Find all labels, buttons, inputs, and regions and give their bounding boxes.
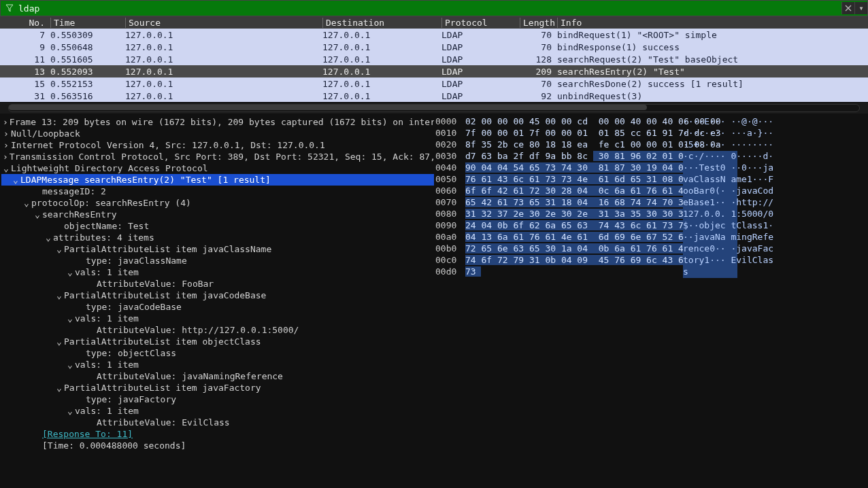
tree-node[interactable]: ⌄searchResEntry bbox=[1, 209, 434, 220]
hex-line[interactable]: 000002 00 00 00 45 00 00 cd 00 00 40 00 … bbox=[435, 116, 868, 128]
hex-ascii: ··javaNa mingRefe bbox=[683, 232, 737, 243]
hex-line[interactable]: 008031 32 37 2e 30 2e 30 2e 31 3a 35 30 … bbox=[435, 209, 868, 220]
tree-caret-icon[interactable]: ⌄ bbox=[56, 290, 63, 300]
tree-caret-icon[interactable]: ⌄ bbox=[67, 267, 73, 277]
tree-node[interactable]: ⌄Lightweight Directory Access Protocol bbox=[1, 162, 434, 174]
tree-node[interactable]: ⌄LDAPMessage searchResEntry(2) "Test" [1… bbox=[1, 174, 434, 186]
tree-caret-icon[interactable]: ⌄ bbox=[12, 175, 19, 185]
tree-node[interactable]: ⌄PartialAttributeList item javaFactory bbox=[1, 382, 434, 394]
hex-offset: 00d0 bbox=[435, 266, 465, 278]
hex-ascii: rence0·· ·javaFac bbox=[683, 243, 737, 255]
tree-node-label: [Response To: 11] bbox=[41, 429, 133, 439]
tree-caret-icon[interactable]: ⌄ bbox=[23, 198, 30, 208]
tree-node-label: vals: 1 item bbox=[73, 360, 139, 370]
tree-caret-icon[interactable]: ⌄ bbox=[45, 232, 52, 243]
hex-line[interactable]: 0030d7 63 ba 2f df 9a bb 8c 30 81 96 02 … bbox=[435, 151, 868, 162]
col-header-time[interactable]: Time bbox=[50, 18, 125, 28]
tree-node[interactable]: ⌄protocolOp: searchResEntry (4) bbox=[1, 197, 434, 209]
hex-bytes: d7 63 ba 2f df 9a bb 8c 30 81 96 02 01 0… bbox=[465, 151, 683, 162]
col-header-proto[interactable]: Protocol bbox=[441, 18, 520, 28]
tree-caret-icon[interactable]: ⌄ bbox=[34, 209, 41, 220]
hex-ascii: ooBar0(· ·javaCod bbox=[683, 186, 737, 197]
bookmark-filter-icon[interactable] bbox=[3, 2, 16, 14]
hex-line[interactable]: 007065 42 61 73 65 31 18 04 16 68 74 74 … bbox=[435, 197, 868, 209]
tree-caret-icon[interactable]: ⌄ bbox=[67, 360, 73, 370]
tree-node[interactable]: ·[Time: 0.000488000 seconds] bbox=[1, 440, 434, 451]
filter-dropdown-button[interactable]: ▾ bbox=[854, 2, 867, 14]
packet-list-header[interactable]: No. Time Source Destination Protocol Len… bbox=[0, 16, 868, 29]
tree-caret-icon[interactable]: › bbox=[3, 128, 10, 139]
tree-node-label: PartialAttributeList item javaCodeBase bbox=[63, 290, 266, 300]
col-header-source[interactable]: Source bbox=[125, 18, 322, 28]
tree-node[interactable]: ⌄PartialAttributeList item objectClass bbox=[1, 336, 434, 347]
tree-caret-icon[interactable]: › bbox=[3, 117, 8, 127]
hex-line[interactable]: 004090 04 04 54 65 73 74 30 81 87 30 19 … bbox=[435, 162, 868, 174]
hex-line[interactable]: 00606f 6f 42 61 72 30 28 04 0c 6a 61 76 … bbox=[435, 186, 868, 197]
hex-line[interactable]: 009024 04 0b 6f 62 6a 65 63 74 43 6c 61 … bbox=[435, 220, 868, 232]
hex-line[interactable]: 00a004 13 6a 61 76 61 4e 61 6d 69 6e 67 … bbox=[435, 232, 868, 243]
tree-node[interactable]: ›Null/Loopback bbox=[1, 128, 434, 139]
tree-node[interactable]: ⌄vals: 1 item bbox=[1, 266, 434, 278]
tree-caret-icon[interactable]: ⌄ bbox=[3, 163, 10, 173]
tree-node[interactable]: ⌄vals: 1 item bbox=[1, 359, 434, 370]
tree-node[interactable]: ·type: javaCodeBase bbox=[1, 301, 434, 313]
tree-node[interactable]: ·AttributeValue: EvilClass bbox=[1, 417, 434, 428]
tree-caret-icon[interactable]: ⌄ bbox=[56, 383, 63, 393]
hex-bytes: 6f 6f 42 61 72 30 28 04 0c 6a 61 76 61 4… bbox=[465, 186, 683, 197]
col-header-info[interactable]: Info bbox=[557, 18, 865, 28]
packet-row[interactable]: 130.552093127.0.0.1127.0.0.1LDAP209searc… bbox=[0, 65, 868, 77]
tree-node[interactable]: ⌄PartialAttributeList item javaClassName bbox=[1, 243, 434, 255]
tree-node[interactable]: ·AttributeValue: http://127.0.0.1:5000/ bbox=[1, 324, 434, 336]
packet-row[interactable]: 70.550309127.0.0.1127.0.0.1LDAP70bindReq… bbox=[0, 29, 868, 41]
packet-row[interactable]: 110.551605127.0.0.1127.0.0.1LDAP128searc… bbox=[0, 53, 868, 65]
tree-node[interactable]: ·[Response To: 11] bbox=[1, 428, 434, 440]
packet-row[interactable]: 310.563516127.0.0.1127.0.0.1LDAP92unbind… bbox=[0, 90, 868, 102]
hex-line[interactable]: 005076 61 43 6c 61 73 73 4e 61 6d 65 31 … bbox=[435, 174, 868, 186]
tree-node[interactable]: ·type: javaClassName bbox=[1, 255, 434, 266]
col-header-dest[interactable]: Destination bbox=[322, 18, 441, 28]
packet-details-tree[interactable]: ›Frame 13: 209 bytes on wire (1672 bits)… bbox=[0, 114, 434, 474]
tree-caret-icon[interactable]: ⌄ bbox=[56, 336, 63, 347]
col-header-length[interactable]: Length bbox=[520, 18, 557, 28]
hex-line[interactable]: 00d073 s bbox=[435, 266, 868, 278]
packet-row[interactable]: 90.550648127.0.0.1127.0.0.1LDAP70bindRes… bbox=[0, 41, 868, 53]
tree-node-label: searchResEntry bbox=[41, 209, 117, 220]
tree-node[interactable]: ⌄PartialAttributeList item javaCodeBase bbox=[1, 290, 434, 301]
tree-caret-icon[interactable]: ⌄ bbox=[67, 406, 73, 416]
tree-node[interactable]: ⌄vals: 1 item bbox=[1, 313, 434, 324]
tree-node[interactable]: ›Frame 13: 209 bytes on wire (1672 bits)… bbox=[1, 116, 434, 128]
hex-line[interactable]: 00c074 6f 72 79 31 0b 04 09 45 76 69 6c … bbox=[435, 255, 868, 266]
filter-clear-button[interactable] bbox=[841, 2, 854, 14]
tree-node[interactable]: ⌄vals: 1 item bbox=[1, 405, 434, 417]
tree-node[interactable]: ·AttributeValue: FooBar bbox=[1, 278, 434, 290]
tree-caret-icon[interactable]: › bbox=[3, 140, 10, 150]
tree-caret-spacer: · bbox=[88, 279, 95, 289]
tree-node-label: Frame 13: 209 bytes on wire (1672 bits),… bbox=[8, 117, 434, 127]
tree-caret-icon[interactable]: ⌄ bbox=[56, 244, 63, 254]
packet-row[interactable]: 150.552153127.0.0.1127.0.0.1LDAP70search… bbox=[0, 77, 868, 90]
tree-node[interactable]: ›Transmission Control Protocol, Src Port… bbox=[1, 151, 434, 162]
tree-node[interactable]: ·AttributeValue: javaNamingReference bbox=[1, 370, 434, 382]
hex-line[interactable]: 00b072 65 6e 63 65 30 1a 04 0b 6a 61 76 … bbox=[435, 243, 868, 255]
packet-bytes-hex[interactable]: 000002 00 00 00 45 00 00 cd 00 00 40 00 … bbox=[434, 114, 868, 474]
tree-node[interactable]: ·type: objectClass bbox=[1, 347, 434, 359]
tree-caret-icon[interactable]: ⌄ bbox=[67, 313, 73, 324]
hex-ascii: tory1··· EvilClas bbox=[683, 255, 737, 266]
tree-node[interactable]: ⌄attributes: 4 items bbox=[1, 232, 434, 243]
tree-node[interactable]: ·messageID: 2 bbox=[1, 186, 434, 197]
tree-node[interactable]: ·type: javaFactory bbox=[1, 394, 434, 405]
tree-node-label: AttributeValue: EvilClass bbox=[95, 417, 230, 428]
hex-line[interactable]: 00107f 00 00 01 7f 00 00 01 01 85 cc 61 … bbox=[435, 128, 868, 139]
hex-ascii: 127.0.0. 1:5000/0 bbox=[683, 209, 737, 220]
tree-caret-spacer: · bbox=[34, 186, 41, 196]
display-filter-input[interactable] bbox=[18, 2, 841, 14]
hscroll-thumb[interactable] bbox=[9, 105, 647, 110]
hex-ascii: ·5+····· ········ bbox=[683, 139, 737, 151]
col-header-no[interactable]: No. bbox=[3, 18, 50, 28]
tree-node[interactable]: ·objectName: Test bbox=[1, 220, 434, 232]
packet-list-hscroll[interactable] bbox=[0, 103, 868, 114]
tree-node[interactable]: ›Internet Protocol Version 4, Src: 127.0… bbox=[1, 139, 434, 151]
hex-line[interactable]: 00208f 35 2b ce 80 18 18 ea fe c1 00 00 … bbox=[435, 139, 868, 151]
hex-offset: 0000 bbox=[435, 116, 465, 128]
tree-caret-icon[interactable]: › bbox=[3, 152, 8, 162]
